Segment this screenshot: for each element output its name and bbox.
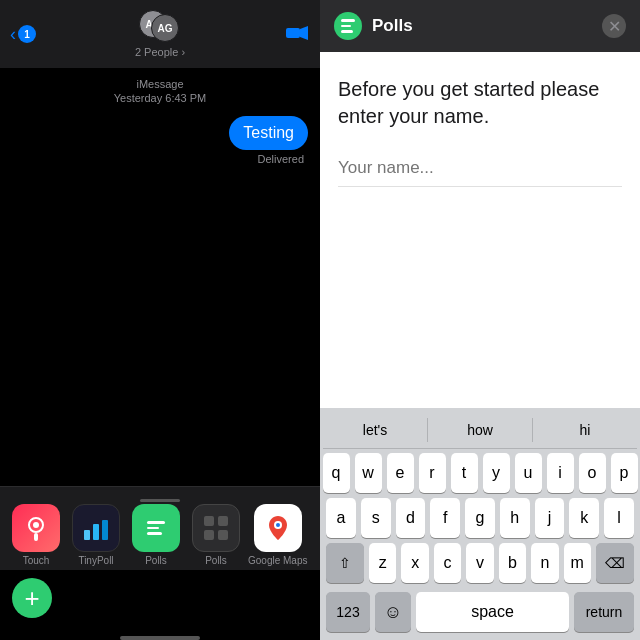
messages-panel: ‹ 1 AG AG 2 People › iMessage Yesterday … [0, 0, 320, 640]
backspace-key[interactable]: ⌫ [596, 543, 634, 583]
apps-bar: Touch TinyPoll [0, 486, 320, 570]
app-item-touch[interactable]: Touch [8, 504, 64, 566]
keys-area: q w e r t y u i o p a s d f g h j k [323, 449, 637, 592]
tinypoll-app-icon [72, 504, 120, 552]
key-c[interactable]: c [434, 543, 461, 583]
emoji-key[interactable]: ☺ [375, 592, 411, 632]
svg-rect-11 [218, 530, 228, 540]
key-123[interactable]: 123 [326, 592, 370, 632]
key-o[interactable]: o [579, 453, 606, 493]
svg-rect-10 [204, 530, 214, 540]
key-n[interactable]: n [531, 543, 558, 583]
key-l[interactable]: l [604, 498, 634, 538]
apps-scroll: Touch TinyPoll [0, 504, 320, 566]
message-row: Testing Delivered [12, 116, 308, 165]
key-z[interactable]: z [369, 543, 396, 583]
svg-rect-0 [286, 28, 300, 38]
svg-marker-1 [300, 26, 308, 40]
key-v[interactable]: v [466, 543, 493, 583]
app-item-polls-green[interactable]: Polls [128, 504, 184, 566]
apps-bar-indicator [140, 499, 180, 502]
key-a[interactable]: a [326, 498, 356, 538]
svg-rect-5 [84, 530, 90, 540]
svg-point-3 [33, 522, 39, 528]
back-badge: 1 [18, 25, 36, 43]
suggestion-2[interactable]: how [428, 418, 533, 442]
key-row-1: q w e r t y u i o p [326, 453, 634, 493]
app-item-googlemaps[interactable]: Google Maps [248, 504, 307, 566]
app-item-polls-grid[interactable]: Polls [188, 504, 244, 566]
suggestion-3[interactable]: hi [533, 418, 637, 442]
people-label[interactable]: 2 People › [135, 46, 185, 58]
close-button[interactable]: ✕ [602, 14, 626, 38]
googlemaps-label: Google Maps [248, 555, 307, 566]
message-bubble: Testing [229, 116, 308, 150]
return-key[interactable]: return [574, 592, 634, 632]
date-label: Yesterday 6:43 PM [12, 92, 308, 104]
keyboard: let's how hi q w e r t y u i o p a s d [320, 408, 640, 640]
suggestion-1[interactable]: let's [323, 418, 428, 442]
key-u[interactable]: u [515, 453, 542, 493]
messages-header: ‹ 1 AG AG 2 People › [0, 0, 320, 68]
messages-area: iMessage Yesterday 6:43 PM Testing Deliv… [0, 68, 320, 486]
polls-grid-app-icon [192, 504, 240, 552]
key-m[interactable]: m [564, 543, 591, 583]
touch-label: Touch [23, 555, 50, 566]
svg-rect-4 [34, 533, 38, 541]
key-row-3: ⇧ z x c v b n m ⌫ [326, 543, 634, 583]
imessage-label: iMessage [12, 78, 308, 90]
suggestions-row: let's how hi [323, 414, 637, 449]
key-j[interactable]: j [535, 498, 565, 538]
svg-rect-6 [93, 524, 99, 540]
key-p[interactable]: p [611, 453, 638, 493]
polls-content: Before you get started please enter your… [320, 52, 640, 408]
key-k[interactable]: k [569, 498, 599, 538]
touch-app-icon [12, 504, 60, 552]
key-y[interactable]: y [483, 453, 510, 493]
key-i[interactable]: i [547, 453, 574, 493]
avatar-group: AG AG [139, 10, 181, 44]
key-h[interactable]: h [500, 498, 530, 538]
add-button[interactable]: + [12, 578, 52, 618]
delivered-label: Delivered [258, 153, 304, 165]
polls-lines-icon [142, 517, 170, 539]
bottom-bar: + [0, 570, 320, 630]
polls-header-icon [334, 12, 362, 40]
key-x[interactable]: x [401, 543, 428, 583]
polls-header: Polls ✕ [320, 0, 640, 52]
key-row-bottom: 123 ☺ space return [323, 592, 637, 632]
app-item-tinypoll[interactable]: TinyPoll [68, 504, 124, 566]
key-d[interactable]: d [396, 498, 426, 538]
name-input[interactable] [338, 150, 622, 187]
polls-green-app-icon [132, 504, 180, 552]
svg-rect-9 [218, 516, 228, 526]
key-g[interactable]: g [465, 498, 495, 538]
header-avatars: AG AG 2 People › [135, 10, 185, 58]
polls-grid-label: Polls [205, 555, 227, 566]
key-t[interactable]: t [451, 453, 478, 493]
key-row-2: a s d f g h j k l [326, 498, 634, 538]
svg-rect-8 [204, 516, 214, 526]
avatar-2: AG [151, 14, 179, 42]
shift-key[interactable]: ⇧ [326, 543, 364, 583]
svg-point-13 [276, 523, 280, 527]
key-f[interactable]: f [430, 498, 460, 538]
space-key[interactable]: space [416, 592, 569, 632]
tinypoll-label: TinyPoll [78, 555, 113, 566]
key-s[interactable]: s [361, 498, 391, 538]
polls-title: Polls [372, 16, 602, 36]
polls-green-label: Polls [145, 555, 167, 566]
back-button[interactable]: ‹ 1 [10, 24, 36, 45]
key-b[interactable]: b [499, 543, 526, 583]
video-call-button[interactable] [286, 24, 308, 45]
polls-header-lines [336, 15, 360, 37]
svg-rect-7 [102, 520, 108, 540]
googlemaps-app-icon [254, 504, 302, 552]
key-w[interactable]: w [355, 453, 382, 493]
home-indicator [120, 636, 200, 640]
polls-panel: Polls ✕ Before you get started please en… [320, 0, 640, 640]
key-r[interactable]: r [419, 453, 446, 493]
prompt-text: Before you get started please enter your… [338, 76, 622, 130]
key-q[interactable]: q [323, 453, 350, 493]
key-e[interactable]: e [387, 453, 414, 493]
